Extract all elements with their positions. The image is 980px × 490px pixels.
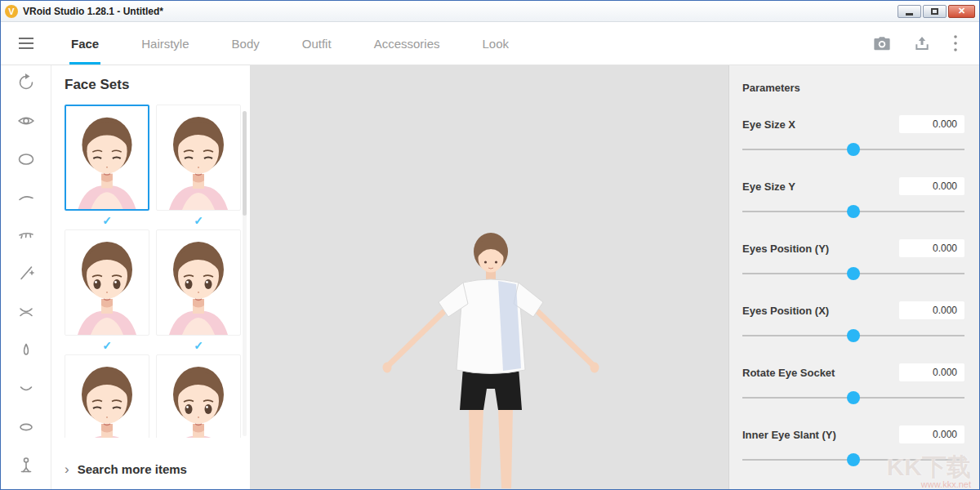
eye-tool-icon[interactable] [16, 110, 37, 131]
parameter-label: Eye Size Y [742, 180, 795, 193]
face-thumbnail [156, 229, 241, 336]
parameter-label: Eyes Position (Y) [742, 243, 829, 255]
window-controls: ✕ [898, 5, 975, 18]
nose-tool-icon[interactable] [16, 340, 37, 361]
mouth-curve-tool-icon[interactable] [16, 378, 37, 399]
window-title: VRoid Studio 1.28.1 - Untitled* [23, 6, 163, 17]
parameter-row: Eyes Position (Y) 0.000 [742, 239, 964, 280]
slider-thumb[interactable] [847, 143, 860, 156]
tab-label: Look [482, 37, 509, 51]
parameter-row: Eyes Position (X) 0.000 [742, 301, 964, 342]
more-menu-icon[interactable] [953, 34, 958, 52]
nav-actions [873, 22, 979, 65]
face-thumbnail [65, 105, 149, 211]
check-icon: ✓ [156, 336, 241, 354]
panel-scrollbar[interactable] [243, 111, 247, 436]
viewport-3d[interactable] [251, 65, 728, 489]
export-icon[interactable] [914, 35, 930, 51]
parameter-slider[interactable] [742, 143, 964, 156]
parameter-slider[interactable] [742, 205, 964, 218]
makeup-brush-tool-icon[interactable] [16, 263, 37, 284]
character-model [368, 229, 612, 488]
maximize-button[interactable] [923, 5, 947, 18]
face-sets-panel: Face Sets [51, 65, 251, 489]
face-thumbnail [156, 105, 241, 211]
parameters-title: Parameters [742, 82, 964, 94]
lips-tool-icon[interactable] [16, 416, 37, 438]
search-more-label: Search more items [78, 462, 187, 476]
face-contour-tool-icon[interactable] [16, 149, 37, 170]
face-thumbnail [65, 354, 149, 438]
face-preview-image [157, 105, 240, 210]
content-area: Face Sets [1, 65, 979, 489]
parameter-value-input[interactable]: 0.000 [899, 363, 964, 381]
minimize-button[interactable] [898, 5, 921, 18]
face-set-item[interactable]: ✓ [156, 229, 241, 354]
face-thumbnail [65, 229, 149, 336]
parameter-value-input[interactable]: 0.000 [899, 115, 964, 133]
rotate-tool-icon[interactable] [16, 72, 37, 93]
titlebar: V VRoid Studio 1.28.1 - Untitled* ✕ [1, 1, 979, 22]
face-set-item[interactable]: ✓ [65, 229, 149, 354]
slider-thumb[interactable] [847, 391, 860, 404]
app-window: V VRoid Studio 1.28.1 - Untitled* ✕ Face… [0, 0, 980, 490]
parameter-row: Inner Eye Slant (Y) 0.000 [742, 425, 964, 466]
face-preview-image [157, 230, 240, 335]
check-icon: ✓ [156, 211, 241, 229]
parameter-value-input[interactable]: 0.000 [899, 425, 964, 443]
close-button[interactable]: ✕ [948, 5, 975, 18]
camera-icon[interactable] [873, 36, 891, 51]
top-navbar: FaceHairstyleBodyOutfitAccessoriesLook [1, 22, 979, 65]
parameter-label: Eyes Position (X) [742, 305, 829, 317]
parameter-label: Eye Size X [742, 118, 795, 131]
parameter-slider[interactable] [742, 267, 964, 280]
panel-title: Face Sets [65, 77, 250, 93]
lashes-tool-icon[interactable] [16, 301, 37, 323]
hamburger-menu-button[interactable] [1, 22, 51, 65]
chevron-right-icon: › [65, 462, 69, 476]
face-set-item[interactable]: ✓ [65, 105, 149, 229]
tab-label: Outfit [302, 37, 332, 51]
slider-thumb[interactable] [847, 329, 860, 342]
tab-look[interactable]: Look [480, 22, 510, 65]
face-set-item[interactable] [156, 354, 241, 438]
face-preview-image [65, 230, 149, 335]
body-stand-tool-icon[interactable] [16, 455, 37, 476]
slider-thumb[interactable] [847, 453, 860, 466]
face-set-item[interactable] [65, 354, 149, 438]
tab-label: Hairstyle [141, 37, 189, 51]
tab-label: Accessories [374, 37, 440, 51]
parameter-slider[interactable] [742, 391, 964, 404]
parameter-slider[interactable] [742, 329, 964, 342]
tab-face[interactable]: Face [69, 22, 100, 65]
tab-body[interactable]: Body [230, 22, 261, 65]
slider-thumb[interactable] [847, 205, 860, 218]
parameters-panel: Parameters Eye Size X 0.000 Eye Size Y 0… [728, 65, 979, 489]
tab-outfit[interactable]: Outfit [301, 22, 333, 65]
app-logo-icon: V [5, 5, 18, 18]
parameter-slider[interactable] [742, 453, 964, 466]
tab-label: Face [71, 37, 99, 51]
eyelash-tool-icon[interactable] [16, 225, 37, 247]
face-preview-image [157, 355, 240, 438]
tab-accessories[interactable]: Accessories [372, 22, 442, 65]
face-set-item[interactable]: ✓ [156, 105, 241, 229]
parameter-row: Eye Size Y 0.000 [742, 177, 964, 218]
parameter-value-input[interactable]: 0.000 [899, 177, 964, 195]
slider-thumb[interactable] [847, 267, 860, 280]
parameter-sliders: Eye Size X 0.000 Eye Size Y 0.000 Eyes P… [742, 115, 964, 466]
search-more-items-link[interactable]: › Search more items [65, 462, 187, 476]
scrollbar-thumb[interactable] [243, 111, 247, 216]
close-icon: ✕ [958, 7, 965, 16]
parameter-value-input[interactable]: 0.000 [899, 239, 964, 257]
check-icon: ✓ [65, 211, 149, 229]
hamburger-icon [19, 38, 33, 39]
face-preview-image [65, 355, 149, 438]
nav-tabs: FaceHairstyleBodyOutfitAccessoriesLook [69, 22, 510, 65]
tab-hairstyle[interactable]: Hairstyle [140, 22, 190, 65]
face-sets-grid: ✓ [65, 105, 250, 438]
parameter-value-input[interactable]: 0.000 [899, 301, 964, 319]
eyebrow-tool-icon[interactable] [16, 187, 37, 208]
minimize-icon [906, 13, 913, 16]
check-icon: ✓ [65, 336, 149, 354]
